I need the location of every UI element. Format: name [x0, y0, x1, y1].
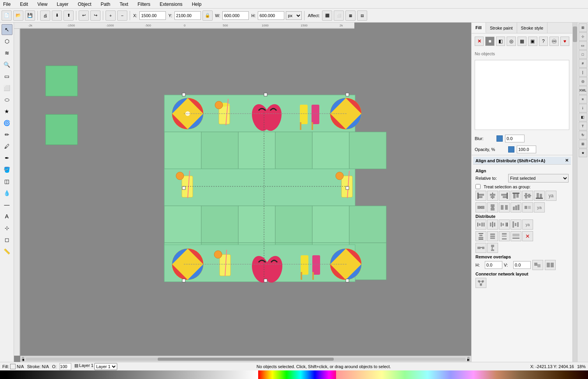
- menu-file[interactable]: File: [2, 1, 12, 8]
- tool-rect[interactable]: ▭: [2, 71, 12, 82]
- toolbar-open-btn[interactable]: 📂: [13, 11, 23, 21]
- menu-text[interactable]: Text: [118, 1, 130, 8]
- layers-btn[interactable]: ≡: [579, 95, 587, 104]
- fill-radial-btn[interactable]: ◎: [507, 37, 516, 46]
- connector-layout-btn[interactable]: [475, 278, 486, 288]
- fill-heart-btn[interactable]: ♥: [560, 37, 569, 46]
- dist-exchange-h-btn[interactable]: [475, 243, 486, 253]
- dist-remove-btn[interactable]: ✕: [522, 231, 533, 241]
- hscroll-left-btn[interactable]: ◂: [22, 357, 24, 361]
- tool-tweak[interactable]: ≋: [2, 47, 12, 58]
- align-center-h-btn[interactable]: [522, 191, 533, 201]
- menu-path[interactable]: Path: [99, 1, 112, 8]
- dist-spacing-v-btn[interactable]: [511, 219, 521, 230]
- y-input[interactable]: [174, 11, 201, 20]
- toolbar-zoom-in-btn[interactable]: +: [106, 11, 116, 21]
- unit-select[interactable]: pxmmcmin: [286, 11, 302, 20]
- fill-pattern-btn[interactable]: ▦: [518, 37, 526, 46]
- toolbar-undo-btn[interactable]: ↩: [79, 11, 89, 21]
- tool-zoom[interactable]: 🔍: [2, 59, 12, 70]
- snap-guide-btn[interactable]: |: [579, 68, 587, 77]
- fill-swatch-btn[interactable]: ▣: [528, 37, 537, 46]
- w-input[interactable]: [222, 11, 249, 20]
- dist-spacing-h-btn[interactable]: [511, 231, 521, 241]
- align-panel-close-icon[interactable]: ✕: [565, 158, 569, 163]
- align-left-edges-btn[interactable]: [475, 191, 486, 201]
- fill-flat-btn[interactable]: ■: [485, 37, 494, 46]
- toolbar-export-btn[interactable]: ⬆: [63, 11, 74, 21]
- align-top-edges-btn[interactable]: [511, 191, 521, 201]
- snap-bbox-btn[interactable]: ▭: [579, 41, 587, 50]
- align-right-edges-btn[interactable]: [499, 191, 510, 201]
- remove-overlaps-2-btn[interactable]: [545, 260, 556, 270]
- tab-fill[interactable]: Fill: [472, 23, 486, 33]
- menu-layer[interactable]: Layer: [55, 1, 70, 8]
- x-input[interactable]: [139, 11, 166, 20]
- tool-ellipse[interactable]: ⬭: [2, 94, 12, 105]
- menu-edit[interactable]: Edit: [18, 1, 30, 8]
- overlap-h-input[interactable]: [485, 261, 502, 269]
- object-props-btn[interactable]: i: [579, 104, 587, 112]
- colorbar-pastels[interactable]: [336, 370, 588, 379]
- dist-baseline-btn[interactable]: ya: [522, 219, 533, 230]
- align-center-v-btn[interactable]: [487, 191, 498, 201]
- menu-help[interactable]: Help: [190, 1, 203, 8]
- align-exchange-x-btn[interactable]: [475, 202, 486, 212]
- dist-top-btn[interactable]: [475, 231, 486, 241]
- fill-remove-btn[interactable]: ✕: [475, 37, 484, 46]
- tool-dropper[interactable]: 💧: [2, 188, 12, 198]
- align-graph-btn[interactable]: [511, 202, 521, 212]
- treat-as-group-checkbox[interactable]: [475, 184, 481, 189]
- tool-select[interactable]: ↖: [2, 24, 12, 35]
- tool-spiral[interactable]: 🌀: [2, 118, 12, 128]
- colorbar[interactable]: [0, 370, 588, 379]
- colorbar-spectrum[interactable]: [258, 370, 336, 379]
- toolbar-new-btn[interactable]: 📄: [2, 11, 12, 21]
- tool-star[interactable]: ★: [2, 106, 12, 117]
- tool-measure[interactable]: 📏: [2, 246, 12, 257]
- affect-btn4[interactable]: ▤: [357, 11, 367, 21]
- align-unclump-btn[interactable]: [499, 202, 510, 212]
- tool-node[interactable]: ⬡: [2, 36, 12, 47]
- relative-to-select[interactable]: First selected Last selected Biggest obj…: [508, 174, 569, 182]
- tool-3dbox[interactable]: ⬜: [2, 82, 12, 93]
- toolbar-print-btn[interactable]: 🖨: [40, 11, 50, 21]
- fill-unknown-btn[interactable]: ?: [539, 37, 548, 46]
- xml-editor-btn[interactable]: XML: [579, 86, 587, 95]
- align-panel-header[interactable]: Align and Distribute (Shift+Ctrl+A) ✕: [473, 157, 571, 165]
- toolbar-redo-btn[interactable]: ↪: [90, 11, 100, 21]
- hscroll-right-btn[interactable]: ▸: [467, 357, 470, 361]
- menu-extensions[interactable]: Extensions: [158, 1, 184, 8]
- align-dist-btn[interactable]: ⊞: [579, 140, 587, 148]
- align-text-btn[interactable]: ya: [546, 191, 556, 201]
- horizontal-scrollbar[interactable]: ◂ ▸: [20, 356, 471, 362]
- canvas-svg[interactable]: [20, 29, 471, 356]
- toolbar-save-btn[interactable]: 💾: [25, 11, 35, 21]
- tool-gradient[interactable]: ◫: [2, 176, 12, 187]
- fill-unset-btn[interactable]: ♾: [549, 37, 558, 46]
- affect-btn2[interactable]: ⬜: [334, 11, 344, 21]
- overlap-v-input[interactable]: [513, 261, 531, 269]
- tool-pen[interactable]: 🖊: [2, 141, 12, 152]
- status-layer-select[interactable]: Layer 1: [94, 363, 117, 370]
- tool-bucket[interactable]: 🪣: [2, 164, 12, 175]
- hscroll-track[interactable]: [26, 358, 466, 361]
- symbols-btn[interactable]: ★: [579, 149, 587, 157]
- align-bottom-edges-btn[interactable]: [534, 191, 545, 201]
- dist-exchange-v-btn[interactable]: [487, 243, 498, 253]
- align-mirror-btn[interactable]: [522, 202, 533, 212]
- snap-enable-btn[interactable]: ⊞: [579, 23, 587, 32]
- tool-calligraphy[interactable]: ✒: [2, 153, 12, 163]
- snap-page-btn[interactable]: □: [579, 50, 587, 59]
- opacity-input[interactable]: [517, 146, 536, 153]
- blur-input[interactable]: [505, 135, 525, 142]
- tab-stroke-style[interactable]: Stroke style: [517, 23, 548, 33]
- colorbar-grays[interactable]: [6, 370, 258, 379]
- snap-object-btn[interactable]: ◎: [579, 77, 587, 86]
- tab-stroke-paint[interactable]: Stroke paint: [486, 23, 517, 33]
- text-style-btn[interactable]: T: [579, 122, 587, 130]
- align-exchange-y-btn[interactable]: [487, 202, 498, 212]
- dist-right-btn[interactable]: [499, 219, 510, 230]
- colorbar-black[interactable]: [0, 370, 6, 379]
- toolbar-zoom-out-btn[interactable]: −: [117, 11, 127, 21]
